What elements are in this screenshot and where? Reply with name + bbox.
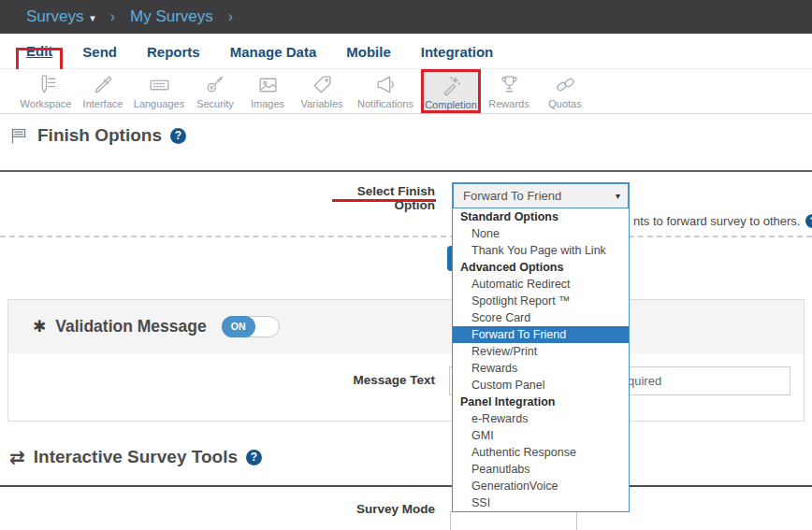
dropdown-option-authentic-response[interactable]: Authentic Response xyxy=(453,444,629,461)
dropdown-option-none[interactable]: None xyxy=(453,225,629,242)
tool-label: Notifications xyxy=(357,98,413,109)
dropdown-option-review-print[interactable]: Review/Print xyxy=(453,343,629,360)
tool-label: Interface xyxy=(83,98,123,109)
flag-icon xyxy=(9,126,29,146)
menu-item-mobile[interactable]: Mobile xyxy=(346,44,391,60)
dropdown-option-spotlight-report[interactable]: Spotlight Report ™ xyxy=(453,293,629,309)
asterisk-icon: ✱ xyxy=(33,317,46,337)
tool-label: Rewards xyxy=(488,98,529,109)
megaphone-icon xyxy=(374,73,398,96)
tool-interface[interactable]: Interface xyxy=(77,69,129,113)
dropdown-option-custom-panel[interactable]: Custom Panel xyxy=(453,377,629,394)
trophy-icon xyxy=(498,73,521,96)
tool-label: Images xyxy=(251,98,284,109)
tag-icon xyxy=(311,73,334,96)
validation-title: Validation Message xyxy=(55,317,206,337)
chevron-down-icon: ▾ xyxy=(90,12,95,23)
arrows-exchange-icon: ⇄ xyxy=(9,446,25,468)
tool-notifications[interactable]: Notifications xyxy=(350,69,421,113)
forward-note-text: nts to forward survey to others. ? xyxy=(633,214,812,228)
dropdown-option-rewards[interactable]: Rewards xyxy=(453,360,629,377)
tool-label: Quotas xyxy=(548,98,581,109)
tool-label: Languages xyxy=(134,98,184,109)
tool-quotas[interactable]: Quotas xyxy=(537,69,593,113)
survey-mode-select[interactable] xyxy=(450,511,577,530)
dropdown-option-ssi[interactable]: SSI xyxy=(453,494,629,511)
section-divider xyxy=(0,170,812,172)
help-icon[interactable]: ? xyxy=(170,128,186,144)
keyboard-icon xyxy=(148,73,171,96)
dropdown-option-score-card[interactable]: Score Card xyxy=(453,309,629,326)
select-arrow-icon: ▾ xyxy=(616,184,620,208)
tool-variables[interactable]: Variables xyxy=(294,69,350,113)
dropdown-group-advanced-options: Advanced Options xyxy=(453,259,629,276)
dashed-divider xyxy=(0,236,812,237)
tool-label: Completion xyxy=(425,99,477,110)
app-window: Surveys ▾ › My Surveys › Edit Send Repor… xyxy=(0,0,812,530)
interactive-survey-tools-heading: ⇄ Interactive Survey Tools ? xyxy=(9,446,262,468)
finish-option-dropdown-list: Standard Options None Thank You Page wit… xyxy=(452,208,630,512)
menu-item-manage-data[interactable]: Manage Data xyxy=(230,44,317,60)
dropdown-option-thank-you-page[interactable]: Thank You Page with Link xyxy=(453,242,629,259)
dropdown-option-forward-to-friend[interactable]: Forward To Friend xyxy=(453,326,629,343)
breadcrumb-separator-icon: › xyxy=(105,8,121,25)
dropdown-option-generationvoice[interactable]: GenerationVoice xyxy=(453,478,629,494)
section-title: Finish Options xyxy=(37,125,162,146)
menu-item-send[interactable]: Send xyxy=(82,44,117,60)
menu-item-reports[interactable]: Reports xyxy=(147,44,200,60)
dropdown-option-e-rewards[interactable]: e-Rewards xyxy=(453,410,629,427)
breadcrumb-surveys[interactable]: Surveys ▾ xyxy=(26,7,95,26)
dropdown-group-standard-options: Standard Options xyxy=(453,208,629,225)
tool-rewards[interactable]: Rewards xyxy=(481,69,537,113)
validation-message-panel: ✱ Validation Message ON xyxy=(7,299,805,422)
survey-mode-label: Survey Mode xyxy=(318,502,435,516)
message-text-label: Message Text xyxy=(318,373,435,387)
select-value: Forward To Friend xyxy=(463,184,561,208)
menu-bar: Edit Send Reports Manage Data Mobile Int… xyxy=(0,34,812,69)
section-divider xyxy=(0,485,812,487)
pen-icon xyxy=(92,73,115,96)
breadcrumb-my-surveys[interactable]: My Surveys xyxy=(130,7,213,26)
breadcrumb-separator-icon: › xyxy=(223,8,239,25)
top-navigation-bar: Surveys ▾ › My Surveys › xyxy=(0,0,812,34)
validation-panel-header: ✱ Validation Message ON xyxy=(8,300,804,353)
pencil-lines-icon xyxy=(35,73,58,96)
finish-option-select[interactable]: Forward To Friend ▾ xyxy=(452,182,630,209)
image-icon xyxy=(256,73,280,96)
menu-item-edit[interactable]: Edit xyxy=(26,43,52,59)
dropdown-option-gmi[interactable]: GMI xyxy=(453,427,629,444)
tool-workspace[interactable]: Workspace xyxy=(15,69,77,113)
tool-security[interactable]: Security xyxy=(189,69,241,113)
tool-label: Workspace xyxy=(21,98,72,109)
finish-options-heading: Finish Options ? xyxy=(9,125,186,146)
annotation-underline xyxy=(332,199,436,202)
breadcrumb: Surveys ▾ › My Surveys › xyxy=(26,0,239,34)
help-icon[interactable]: ? xyxy=(805,214,812,228)
forward-note-fragment: nts to forward survey to others. xyxy=(633,214,800,228)
validation-toggle[interactable]: ON xyxy=(222,316,280,337)
toggle-on-label: ON xyxy=(222,316,255,337)
section-title: Interactive Survey Tools xyxy=(34,447,238,467)
tool-images[interactable]: Images xyxy=(241,69,294,113)
magic-wand-icon xyxy=(440,74,463,97)
key-icon xyxy=(204,73,227,96)
breadcrumb-surveys-label: Surveys xyxy=(26,7,83,25)
help-icon[interactable]: ? xyxy=(246,450,262,466)
dropdown-group-panel-integration: Panel Integration xyxy=(453,394,629,410)
menu-item-integration[interactable]: Integration xyxy=(421,44,494,60)
edit-toolbar: Workspace Interface Languages Security I… xyxy=(0,69,812,114)
select-finish-option-label: Select Finish Option xyxy=(318,184,435,212)
tool-completion[interactable]: Completion xyxy=(421,69,481,113)
tool-languages[interactable]: Languages xyxy=(129,69,189,113)
dropdown-option-peanutlabs[interactable]: Peanutlabs xyxy=(453,461,629,478)
tool-label: Variables xyxy=(300,98,342,109)
tool-label: Security xyxy=(196,98,234,109)
chain-links-icon xyxy=(554,73,577,96)
dropdown-option-automatic-redirect[interactable]: Automatic Redirect xyxy=(453,276,629,293)
